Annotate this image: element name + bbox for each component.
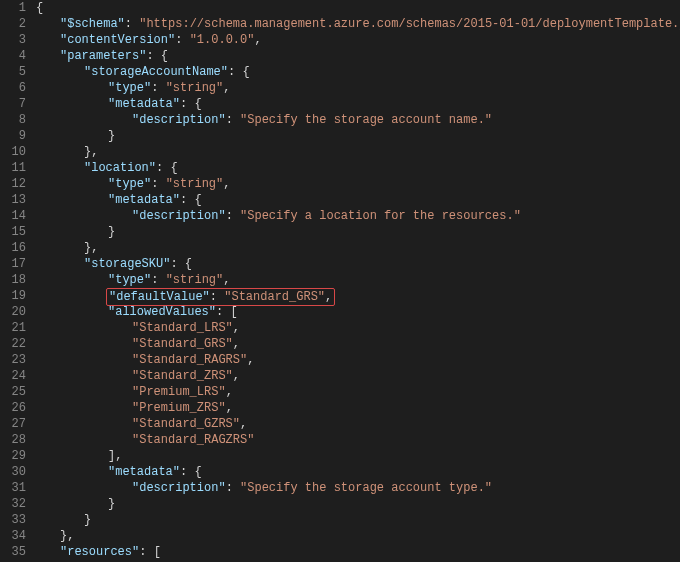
code-line[interactable]: { — [36, 0, 680, 16]
code-line[interactable]: "Premium_LRS", — [36, 384, 680, 400]
token-key: "parameters" — [60, 49, 146, 63]
code-line[interactable]: "contentVersion": "1.0.0.0", — [36, 32, 680, 48]
code-line[interactable]: }, — [36, 240, 680, 256]
line-number: 22 — [0, 336, 26, 352]
token-str: "Standard_ZRS" — [132, 369, 233, 383]
token-punct: : — [180, 97, 194, 111]
code-line[interactable]: "metadata": { — [36, 464, 680, 480]
token-punct: : — [151, 273, 165, 287]
token-brace: [ — [154, 545, 161, 559]
token-str: "Specify a location for the resources." — [240, 209, 521, 223]
line-number: 7 — [0, 96, 26, 112]
code-line[interactable]: "allowedValues": [ — [36, 304, 680, 320]
token-brace: { — [185, 257, 192, 271]
token-punct: : — [228, 65, 242, 79]
line-number: 3 — [0, 32, 26, 48]
token-punct: , — [233, 337, 240, 351]
code-line[interactable]: "type": "string", — [36, 176, 680, 192]
code-line[interactable]: "Premium_ZRS", — [36, 400, 680, 416]
token-key: "allowedValues" — [108, 305, 216, 319]
line-number: 31 — [0, 480, 26, 496]
code-line[interactable]: "Standard_ZRS", — [36, 368, 680, 384]
token-brace: } — [108, 225, 115, 239]
code-line[interactable]: "location": { — [36, 160, 680, 176]
code-line[interactable]: "type": "string", — [36, 80, 680, 96]
token-punct: , — [91, 145, 98, 159]
code-line[interactable]: "Standard_RAGRS", — [36, 352, 680, 368]
token-str: "Standard_GZRS" — [132, 417, 240, 431]
code-line[interactable]: "Standard_LRS", — [36, 320, 680, 336]
line-number: 1 — [0, 0, 26, 16]
code-line[interactable]: "storageSKU": { — [36, 256, 680, 272]
code-line[interactable]: "$schema": "https://schema.management.az… — [36, 16, 680, 32]
token-punct: , — [223, 273, 230, 287]
code-line[interactable]: "metadata": { — [36, 96, 680, 112]
line-number-gutter: 1234567891011121314151617181920212223242… — [0, 0, 36, 562]
token-str: "https://schema.management.azure.com/sch… — [139, 17, 680, 31]
token-str: "Premium_LRS" — [132, 385, 226, 399]
token-punct: , — [115, 449, 122, 463]
line-number: 12 — [0, 176, 26, 192]
code-line[interactable]: "defaultValue": "Standard_GRS", — [36, 288, 680, 304]
code-line[interactable]: } — [36, 512, 680, 528]
token-punct: : — [226, 209, 240, 223]
line-number: 25 — [0, 384, 26, 400]
line-number: 15 — [0, 224, 26, 240]
line-number: 20 — [0, 304, 26, 320]
code-line[interactable]: }, — [36, 144, 680, 160]
code-line[interactable]: } — [36, 224, 680, 240]
code-line[interactable]: ], — [36, 448, 680, 464]
token-punct: , — [247, 353, 254, 367]
token-key: "contentVersion" — [60, 33, 175, 47]
token-punct: , — [223, 177, 230, 191]
line-number: 6 — [0, 80, 26, 96]
line-number: 9 — [0, 128, 26, 144]
line-number: 34 — [0, 528, 26, 544]
code-line[interactable]: }, — [36, 528, 680, 544]
line-number: 27 — [0, 416, 26, 432]
token-key: "type" — [108, 273, 151, 287]
token-punct: : — [170, 257, 184, 271]
line-number: 24 — [0, 368, 26, 384]
token-brace: { — [194, 465, 201, 479]
token-key: "storageAccountName" — [84, 65, 228, 79]
token-punct: : — [146, 49, 160, 63]
code-editor-area[interactable]: {"$schema": "https://schema.management.a… — [36, 0, 680, 562]
code-line[interactable]: "metadata": { — [36, 192, 680, 208]
token-brace: } — [108, 497, 115, 511]
token-punct: , — [226, 385, 233, 399]
line-number: 19 — [0, 288, 26, 304]
code-line[interactable]: "description": "Specify the storage acco… — [36, 112, 680, 128]
token-punct: : — [139, 545, 153, 559]
code-line[interactable]: "resources": [ — [36, 544, 680, 560]
token-key: "storageSKU" — [84, 257, 170, 271]
line-number: 2 — [0, 16, 26, 32]
token-brace: { — [161, 49, 168, 63]
token-brace: [ — [230, 305, 237, 319]
code-line[interactable]: "parameters": { — [36, 48, 680, 64]
code-line[interactable]: "Standard_GZRS", — [36, 416, 680, 432]
token-brace: { — [170, 161, 177, 175]
code-line[interactable]: "Standard_GRS", — [36, 336, 680, 352]
code-line[interactable]: "Standard_RAGZRS" — [36, 432, 680, 448]
line-number: 30 — [0, 464, 26, 480]
line-number: 23 — [0, 352, 26, 368]
token-str: "Standard_GRS" — [224, 290, 325, 304]
code-line[interactable]: "storageAccountName": { — [36, 64, 680, 80]
token-str: "string" — [166, 273, 224, 287]
token-punct: : — [216, 305, 230, 319]
token-brace: } — [108, 129, 115, 143]
token-punct: , — [233, 321, 240, 335]
token-punct: , — [240, 417, 247, 431]
code-line[interactable]: "description": "Specify a location for t… — [36, 208, 680, 224]
line-number: 26 — [0, 400, 26, 416]
code-line[interactable]: "description": "Specify the storage acco… — [36, 480, 680, 496]
token-str: "string" — [166, 177, 224, 191]
token-key: "description" — [132, 481, 226, 495]
code-line[interactable]: "type": "string", — [36, 272, 680, 288]
code-line[interactable]: } — [36, 128, 680, 144]
line-number: 4 — [0, 48, 26, 64]
code-line[interactable]: } — [36, 496, 680, 512]
token-key: "resources" — [60, 545, 139, 559]
token-str: "Standard_RAGRS" — [132, 353, 247, 367]
